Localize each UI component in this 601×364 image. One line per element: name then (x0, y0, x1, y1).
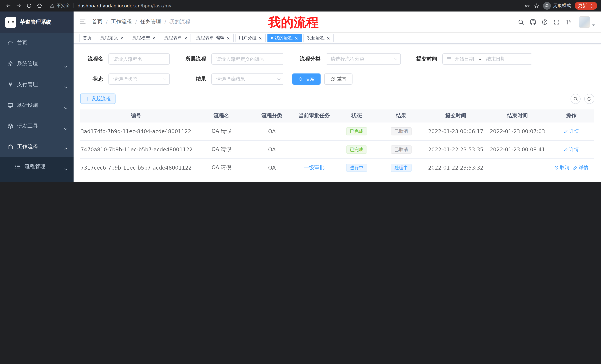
sidebar-item-task-management[interactable]: 任务管理 (0, 176, 74, 182)
reset-button[interactable]: 重置 (324, 74, 352, 85)
detail-link[interactable]: 详情 (564, 146, 579, 153)
tab-label: 首页 (83, 35, 92, 41)
tab-process-definition[interactable]: 流程定义 × (97, 34, 127, 42)
tab-my-process[interactable]: ● 我的流程 × (267, 34, 301, 42)
cell-result: 通过 (377, 177, 425, 182)
breadcrumb-separator: / (164, 19, 166, 25)
warning-icon (50, 3, 55, 8)
home-button[interactable] (35, 1, 44, 10)
sidebar-item-home[interactable]: 首页 (0, 33, 74, 53)
cell-status: 已完成 (336, 140, 377, 158)
tab-home[interactable]: 首页 (80, 34, 95, 42)
filter-row-2: 状态 请选择状态 结果 请选择流结果 (80, 74, 594, 85)
status-select[interactable]: 请选择状态 (109, 74, 170, 85)
cell-end-time: 2022-01-22 23:51:20 (487, 177, 548, 182)
search-button[interactable]: 搜索 (292, 74, 321, 85)
avatar[interactable] (579, 16, 590, 28)
task-link[interactable]: 一级审批 (304, 164, 325, 170)
tab-process-form-edit[interactable]: 流程表单-编辑 × (193, 34, 233, 42)
tab-user-group[interactable]: 用户分组 × (235, 34, 265, 42)
close-icon[interactable]: × (327, 36, 330, 40)
date-range-picker[interactable]: 开始日期 - 结束日期 (442, 53, 532, 65)
close-icon[interactable]: × (226, 36, 230, 40)
status-badge: 已完成 (346, 127, 367, 135)
status-badge: 进行中 (346, 163, 367, 172)
forward-button[interactable] (14, 1, 23, 10)
cell-status: 已完成 (336, 177, 377, 182)
select-placeholder: 请选择流程分类 (331, 56, 364, 62)
browser-menu-icon[interactable]: ⋮ (590, 3, 594, 8)
search-icon[interactable] (518, 19, 524, 25)
detail-link[interactable]: 详情 (564, 128, 579, 134)
browser-update-button[interactable]: 更新 ⋮ (575, 2, 597, 10)
close-icon[interactable]: × (120, 36, 124, 40)
cell-submit-time: 2022-01-22 23:53:35 (425, 140, 487, 158)
table-row: 2152467e-7b9b-11ec-9a1b-acde48001122 OA … (80, 177, 594, 182)
fullscreen-icon[interactable] (553, 19, 560, 25)
detail-link[interactable]: 详情 (573, 164, 588, 171)
app-root: 不安全 dashboard.yudao.iocoder.cn/bpm/task/… (0, 0, 601, 182)
sidebar-item-workflow[interactable]: 工作流程 (0, 136, 74, 157)
bookmark-star-icon[interactable] (534, 3, 539, 9)
cell-id: 7317cec6-7b9b-11ec-b5b7-acde48001122 (80, 158, 192, 177)
category-select[interactable]: 请选择流程分类 (326, 53, 401, 65)
process-name-input[interactable] (109, 53, 170, 65)
active-dot-icon: ● (270, 37, 273, 39)
filter-label: 提交时间 (409, 56, 437, 62)
toggle-search-button[interactable] (571, 94, 581, 104)
close-icon[interactable]: × (295, 36, 298, 40)
back-button[interactable] (4, 1, 13, 10)
content-area: 流程名 所属流程 流程分类 请选择流程分类 (74, 44, 601, 182)
sidebar-item-payment[interactable]: ¥ 支付管理 (0, 74, 74, 95)
cell-id: 7470a810-7b9b-11ec-b5b7-acde48001122 (80, 140, 192, 158)
close-icon[interactable]: × (258, 36, 262, 40)
font-size-icon[interactable] (565, 19, 572, 25)
close-icon[interactable]: × (152, 36, 156, 40)
refresh-table-button[interactable] (584, 94, 594, 104)
sidebar-item-infrastructure[interactable]: 基础设施 (0, 95, 74, 116)
home-icon (7, 40, 13, 46)
result-select[interactable]: 请选择流结果 (211, 74, 284, 85)
address-divider (74, 3, 74, 8)
sidebar-item-process-management[interactable]: 流程管理 (0, 157, 74, 176)
cancel-link[interactable]: 取消 (554, 164, 570, 171)
col-current-task: 当前审批任务 (293, 109, 336, 122)
cell-end-time (487, 158, 548, 177)
process-definition-input[interactable] (211, 53, 284, 65)
tab-process-model[interactable]: 流程模型 × (129, 34, 159, 42)
initiate-process-button[interactable]: + 发起流程 (80, 94, 115, 104)
address-bar[interactable]: 不安全 dashboard.yudao.iocoder.cn/bpm/task/… (50, 3, 171, 9)
browser-toolbar: 不安全 dashboard.yudao.iocoder.cn/bpm/task/… (0, 0, 601, 11)
breadcrumb-item[interactable]: 首页 (92, 19, 102, 25)
filter-process: 所属流程 (178, 53, 284, 65)
incognito-indicator: 无痕模式 (543, 2, 571, 10)
cell-task (293, 177, 336, 182)
hamburger-icon[interactable] (80, 19, 86, 25)
tab-process-form[interactable]: 流程表单 × (161, 34, 191, 42)
date-range-separator: - (479, 56, 481, 62)
close-icon[interactable]: × (184, 36, 188, 40)
chevron-down-icon (65, 165, 67, 171)
github-icon[interactable] (530, 19, 536, 25)
sidebar-item-system[interactable]: 系统管理 (0, 53, 74, 74)
col-result: 结果 (377, 109, 425, 122)
cell-status: 进行中 (336, 158, 377, 177)
breadcrumb-item[interactable]: 工作流程 (111, 19, 132, 25)
key-icon[interactable] (524, 3, 530, 9)
breadcrumb: 首页 / 工作流程 / 任务管理 / 我的流程 (92, 19, 190, 25)
cell-category: OA (251, 122, 293, 140)
help-icon[interactable] (541, 19, 548, 25)
reload-button[interactable] (25, 1, 33, 10)
tab-label: 流程表单-编辑 (196, 35, 225, 41)
tab-label: 我的流程 (275, 35, 293, 41)
col-name: 流程名 (192, 109, 251, 122)
chevron-down-icon (65, 62, 67, 68)
sidebar-logo[interactable]: 芋道管理系统 (0, 11, 74, 33)
user-menu[interactable] (579, 16, 595, 28)
result-badge: 已取消 (391, 127, 411, 135)
sidebar-item-devtools[interactable]: 研发工具 (0, 116, 74, 136)
tab-initiate-process[interactable]: 发起流程 × (303, 34, 334, 42)
cell-task: 一级审批 (293, 158, 336, 177)
reset-button-label: 重置 (337, 76, 347, 82)
breadcrumb-item[interactable]: 任务管理 (140, 19, 161, 25)
